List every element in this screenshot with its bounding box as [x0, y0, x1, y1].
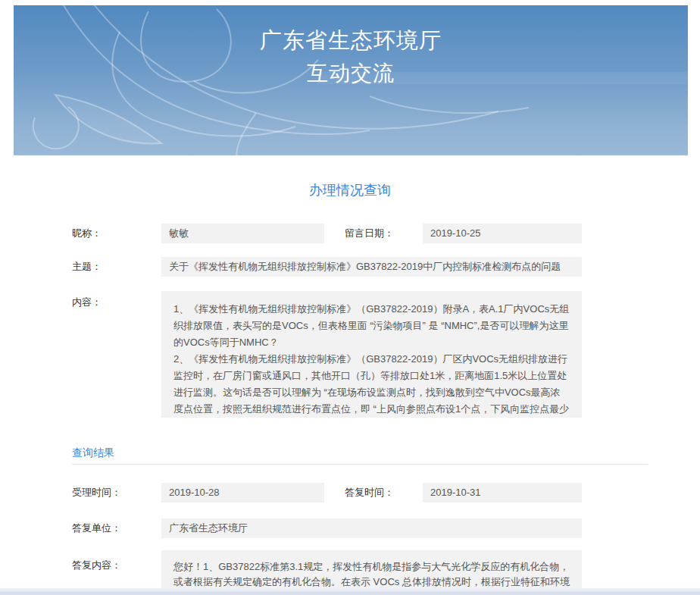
nickname-label: 昵称：: [72, 224, 102, 243]
reply-content-label: 答复内容：: [72, 559, 121, 572]
accept-time-field[interactable]: 2019-10-28: [161, 483, 324, 503]
reply-time-field[interactable]: 2019-10-31: [423, 483, 582, 503]
header-banner: 广东省生态环境厅 互动交流: [14, 5, 688, 155]
subject-field[interactable]: 关于《挥发性有机物无组织排放控制标准》GB37822-2019中厂内控制标准检测…: [161, 257, 582, 277]
page-title: 办理情况查询: [0, 181, 700, 199]
site-title: 广东省生态环境厅: [14, 23, 688, 57]
reply-unit-label: 答复单位：: [72, 518, 121, 538]
reply-unit-field[interactable]: 广东省生态环境厅: [161, 518, 582, 538]
content-field[interactable]: 1、《挥发性有机物无组织排放控制标准》（GB37822-2019）附录A，表A.…: [161, 291, 582, 418]
results-divider: [72, 464, 648, 465]
site-subtitle: 互动交流: [14, 57, 688, 90]
reply-time-label: 答复时间：: [345, 483, 394, 503]
subject-label: 主题：: [72, 257, 102, 277]
message-date-field[interactable]: 2019-10-25: [423, 224, 582, 243]
horizontal-scrollbar[interactable]: [0, 588, 700, 595]
nickname-field[interactable]: 敏敏: [161, 224, 324, 243]
accept-time-label: 受理时间：: [72, 483, 121, 503]
content-label: 内容：: [72, 296, 102, 309]
page-root: 广东省生态环境厅 互动交流 办理情况查询 昵称： 敏敏 留言日期： 2019-1…: [0, 0, 700, 595]
message-date-label: 留言日期：: [345, 224, 394, 243]
results-heading: 查询结果: [72, 446, 114, 460]
